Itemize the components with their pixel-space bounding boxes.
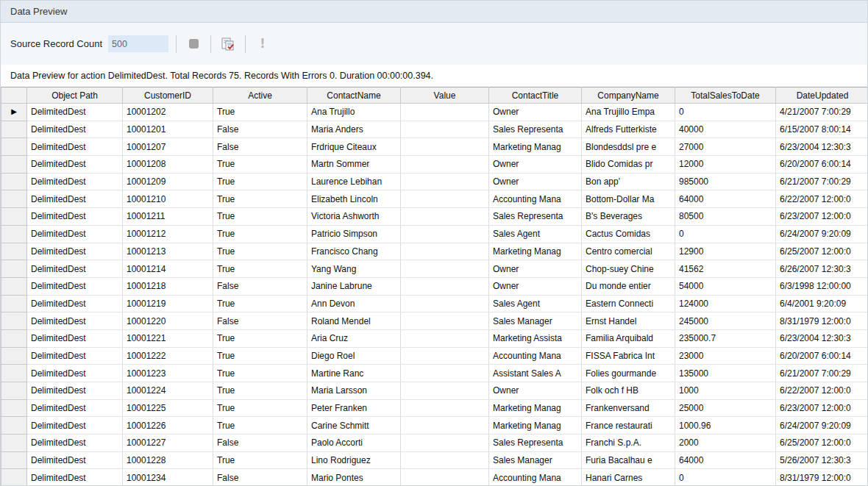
row-selector[interactable] [1,399,27,417]
grid-cell[interactable]: True [213,156,307,174]
grid-cell[interactable]: 10001210 [123,190,213,208]
grid-cell[interactable]: Owner [489,277,582,295]
grid-cell[interactable]: Familia Arquibald [582,329,675,347]
grid-cell[interactable]: Roland Mendel [307,312,401,330]
grid-cell[interactable] [401,469,489,485]
grid-cell[interactable]: Alfreds Futterkiste [582,121,675,138]
grid-cell[interactable] [401,243,489,260]
grid-cell[interactable]: 985000 [675,173,776,190]
grid-cell[interactable]: Sales Representa [489,435,582,452]
grid-cell[interactable]: True [213,329,307,347]
grid-cell[interactable]: Owner [489,173,582,190]
grid-cell[interactable]: Ann Devon [307,295,401,312]
grid-cell[interactable]: 54000 [675,277,776,295]
grid-cell[interactable]: 124000 [675,295,776,312]
grid-cell[interactable]: Accounting Mana [489,469,582,485]
grid-cell[interactable]: True [213,104,307,121]
row-selector[interactable] [1,451,27,469]
grid-cell[interactable]: True [213,190,307,208]
column-header-companyname[interactable]: CompanyName [582,87,675,104]
grid-cell[interactable]: True [213,399,307,417]
grid-cell[interactable]: True [213,243,307,260]
row-selector[interactable] [1,138,27,156]
grid-cell[interactable]: Maria Larsson [307,382,401,400]
grid-cell[interactable]: 80500 [675,208,776,226]
grid-cell[interactable]: 10001227 [123,435,213,452]
grid-cell[interactable]: Bon app' [582,173,675,190]
grid-cell[interactable]: 4/21/2007 7:00:29 [776,104,868,121]
grid-cell[interactable]: 6/20/2007 6:00:14 [776,156,868,174]
row-selector[interactable] [1,312,27,330]
grid-cell[interactable]: DelimitedDest [27,417,123,435]
row-selector[interactable] [1,277,27,295]
grid-cell[interactable]: Yang Wang [307,260,401,278]
row-selector[interactable] [1,347,27,365]
column-header-totalsalestodate[interactable]: TotalSalesToDate [675,87,776,104]
column-header-active[interactable]: Active [213,87,307,104]
grid-cell[interactable]: Assistant Sales A [489,365,582,382]
grid-cell[interactable] [401,435,489,452]
grid-cell[interactable]: DelimitedDest [27,435,123,452]
grid-cell[interactable] [401,190,489,208]
grid-cell[interactable]: DelimitedDest [27,156,123,174]
grid-cell[interactable]: Martine Ranc [307,365,401,382]
grid-cell[interactable]: 10001213 [123,243,213,260]
grid-cell[interactable]: Paolo Accorti [307,435,401,452]
grid-cell[interactable]: True [213,417,307,435]
grid-cell[interactable]: Accounting Mana [489,347,582,365]
grid-cell[interactable]: Janine Labrune [307,277,401,295]
grid-cell[interactable]: Sales Agent [489,225,582,243]
row-selector[interactable] [1,225,27,243]
grid-cell[interactable]: DelimitedDest [27,121,123,138]
grid-cell[interactable]: 6/23/2007 12:00:0 [776,399,868,417]
source-record-count-input[interactable] [108,35,168,52]
grid-cell[interactable] [401,277,489,295]
grid-cell[interactable]: Hanari Carnes [582,469,675,485]
grid-cell[interactable]: DelimitedDest [27,225,123,243]
grid-cell[interactable]: Chop-suey Chine [582,260,675,278]
grid-cell[interactable] [401,329,489,347]
row-selector[interactable] [1,173,27,190]
grid-cell[interactable]: True [213,295,307,312]
grid-cell[interactable]: 6/22/2007 12:00:0 [776,382,868,400]
grid-cell[interactable]: 27000 [675,138,776,156]
row-selector[interactable] [1,329,27,347]
grid-cell[interactable]: DelimitedDest [27,399,123,417]
grid-cell[interactable]: 6/25/2007 12:00:0 [776,435,868,452]
column-header-contacttitle[interactable]: ContactTitle [489,87,582,104]
grid-cell[interactable]: 10001218 [123,277,213,295]
grid-cell[interactable]: False [213,312,307,330]
grid-cell[interactable]: DelimitedDest [27,382,123,400]
grid-cell[interactable]: 5/26/2007 12:30:3 [776,451,868,469]
grid-cell[interactable]: Martn Sommer [307,156,401,174]
grid-cell[interactable]: Du monde entier [582,277,675,295]
grid-cell[interactable]: Marketing Manag [489,399,582,417]
grid-cell[interactable]: Laurence Lebihan [307,173,401,190]
grid-cell[interactable]: 6/23/2007 12:00:0 [776,208,868,226]
grid-cell[interactable]: 10001222 [123,347,213,365]
grid-cell[interactable]: 135000 [675,365,776,382]
grid-cell[interactable]: DelimitedDest [27,260,123,278]
grid-cell[interactable]: DelimitedDest [27,277,123,295]
grid-cell[interactable]: Owner [489,156,582,174]
grid-cell[interactable] [401,173,489,190]
grid-cell[interactable]: Owner [489,260,582,278]
grid-cell[interactable]: 10001202 [123,104,213,121]
grid-cell[interactable]: DelimitedDest [27,312,123,330]
grid-cell[interactable]: Marketing Manag [489,243,582,260]
grid-cell[interactable]: 6/15/2007 8:00:14 [776,121,868,138]
grid-cell[interactable]: 10001214 [123,260,213,278]
grid-cell[interactable]: False [213,121,307,138]
errors-button[interactable]: ! [253,35,272,54]
grid-cell[interactable] [401,138,489,156]
grid-cell[interactable]: Mario Pontes [307,469,401,485]
grid-cell[interactable]: False [213,435,307,452]
grid-cell[interactable]: Sales Representa [489,208,582,226]
grid-cell[interactable] [401,451,489,469]
grid-cell[interactable]: DelimitedDest [27,243,123,260]
grid-cell[interactable]: Marketing Manag [489,417,582,435]
grid-cell[interactable]: True [213,451,307,469]
grid-cell[interactable]: 1000.96 [675,417,776,435]
grid-cell[interactable]: 6/21/2007 7:00:29 [776,173,868,190]
grid-cell[interactable]: 0 [675,469,776,485]
